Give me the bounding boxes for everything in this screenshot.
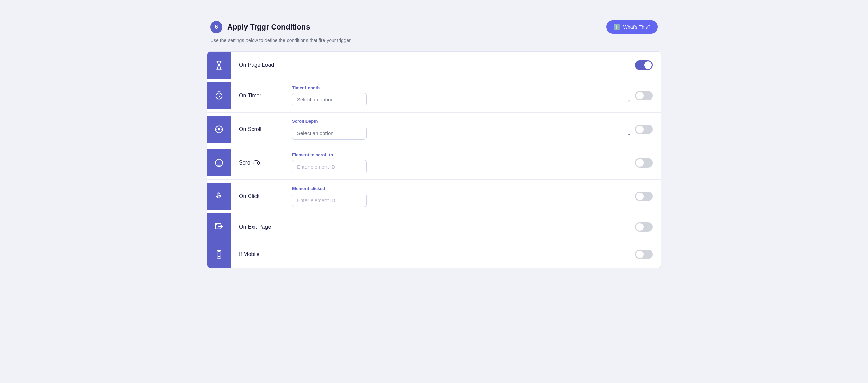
condition-icon-block-on-page-load	[207, 52, 231, 79]
condition-icon-block-if-mobile	[207, 241, 231, 268]
element-clicked-label: Element clicked	[292, 186, 635, 191]
timer-chevron-icon: ⌄	[627, 96, 631, 103]
conditions-list: On Page Load On Timer Timer L	[207, 51, 661, 268]
toggle-slider-on-click	[635, 192, 653, 201]
scroll-to-input[interactable]	[292, 160, 367, 173]
scroll-to-toggle[interactable]	[635, 158, 653, 168]
condition-row-on-click: On Click Element clicked	[207, 180, 661, 213]
scroll-chevron-icon: ⌄	[627, 130, 631, 136]
scroll-depth-label: Scroll Depth	[292, 119, 635, 124]
whats-this-button[interactable]: ℹ️ What's This?	[606, 20, 658, 34]
on-timer-controls: Timer Length Select an option ⌄	[292, 79, 635, 112]
timer-length-select-wrapper: Select an option ⌄	[292, 93, 635, 106]
on-exit-page-label: On Exit Page	[231, 224, 292, 230]
on-timer-label: On Timer	[231, 93, 292, 99]
condition-icon-block-on-exit-page	[207, 213, 231, 241]
info-icon: ℹ️	[614, 24, 620, 30]
on-timer-toggle[interactable]	[635, 91, 653, 100]
timer-length-select[interactable]: Select an option	[292, 93, 367, 106]
whats-this-label: What's This?	[623, 24, 650, 30]
exit-icon	[214, 222, 224, 232]
toggle-slider-if-mobile	[635, 250, 653, 259]
timer-svg	[214, 91, 224, 100]
on-exit-page-toggle[interactable]	[635, 222, 653, 232]
on-click-label: On Click	[231, 193, 292, 199]
toggle-slider-on-scroll	[635, 125, 653, 134]
exit-svg	[214, 222, 224, 232]
on-scroll-controls: Scroll Depth Select an option ⌄	[292, 113, 635, 146]
condition-row-on-scroll: On Scroll Scroll Depth Select an option …	[207, 113, 661, 146]
condition-row-on-page-load: On Page Load	[207, 52, 661, 79]
hourglass-icon	[214, 60, 224, 70]
scroll-depth-select[interactable]: Select an option	[292, 127, 367, 140]
click-svg	[214, 192, 224, 201]
element-scroll-to-label: Element to scroll-to	[292, 152, 635, 157]
page-title-row: 6 Apply Trggr Conditions	[210, 21, 310, 33]
on-page-load-toggle[interactable]	[635, 60, 653, 70]
toggle-slider-on-exit-page	[635, 222, 653, 232]
on-click-toggle[interactable]	[635, 192, 653, 201]
mobile-icon	[214, 250, 224, 259]
scroll-to-svg	[214, 158, 224, 168]
on-scroll-label: On Scroll	[231, 126, 292, 132]
click-icon	[214, 192, 224, 201]
condition-row-scroll-to: Scroll-To Element to scroll-to	[207, 146, 661, 180]
page-header: 6 Apply Trggr Conditions ℹ️ What's This?	[207, 20, 661, 34]
toggle-slider-on-timer	[635, 91, 653, 100]
condition-icon-block-on-scroll	[207, 116, 231, 143]
condition-row-if-mobile: If Mobile	[207, 241, 661, 268]
step-badge: 6	[210, 21, 222, 33]
svg-point-2	[218, 129, 220, 130]
main-container: 6 Apply Trggr Conditions ℹ️ What's This?…	[207, 14, 661, 275]
if-mobile-toggle[interactable]	[635, 250, 653, 259]
hourglass-svg	[214, 60, 224, 70]
timer-icon	[214, 91, 224, 100]
page-title: Apply Trggr Conditions	[227, 23, 310, 32]
scroll-to-controls: Element to scroll-to	[292, 146, 635, 179]
on-page-load-label: On Page Load	[231, 62, 292, 68]
on-scroll-toggle[interactable]	[635, 125, 653, 134]
toggle-slider-on-page-load	[635, 60, 653, 70]
mobile-svg	[214, 250, 224, 259]
on-click-controls: Element clicked	[292, 180, 635, 213]
condition-icon-block-on-click	[207, 183, 231, 210]
condition-icon-block-scroll-to	[207, 149, 231, 176]
scroll-to-label: Scroll-To	[231, 160, 292, 166]
condition-row-on-timer: On Timer Timer Length Select an option ⌄	[207, 79, 661, 113]
scroll-to-icon	[214, 158, 224, 168]
scroll-svg	[214, 125, 224, 134]
if-mobile-label: If Mobile	[231, 251, 292, 257]
timer-length-label: Timer Length	[292, 85, 635, 90]
toggle-slider-scroll-to	[635, 158, 653, 168]
scroll-icon	[214, 125, 224, 134]
scroll-depth-select-wrapper: Select an option ⌄	[292, 127, 635, 140]
svg-point-6	[219, 256, 219, 257]
page-subtitle: Use the settings below to define the con…	[207, 38, 661, 43]
condition-icon-block-on-timer	[207, 82, 231, 109]
condition-row-on-exit-page: On Exit Page	[207, 213, 661, 241]
on-click-input[interactable]	[292, 194, 367, 207]
